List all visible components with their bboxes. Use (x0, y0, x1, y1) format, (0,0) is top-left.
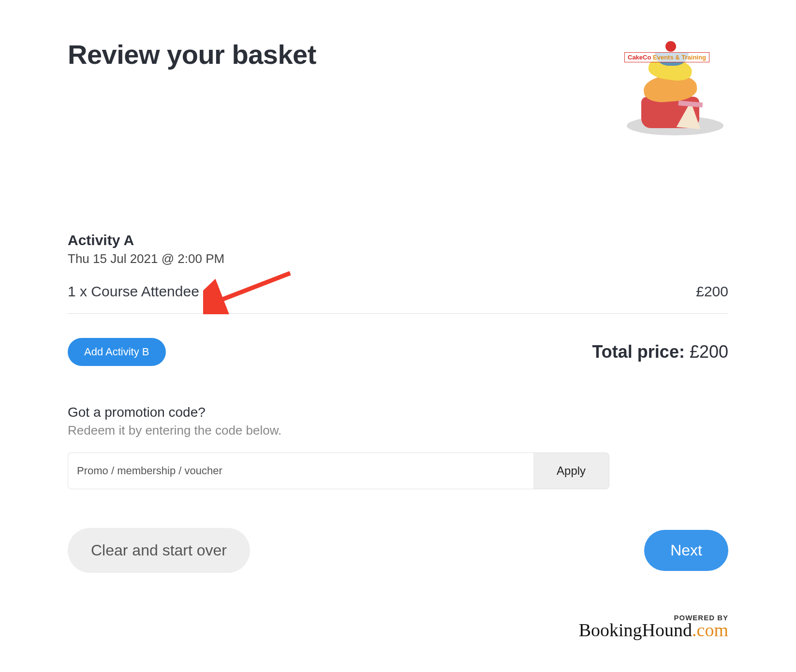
basket-item: Activity A Thu 15 Jul 2021 @ 2:00 PM 1 x… (68, 232, 728, 314)
next-button[interactable]: Next (644, 530, 728, 571)
brand-logo: CakeCo Events & Training (622, 39, 728, 145)
brand-logo-label: CakeCo Events & Training (624, 52, 709, 62)
powered-by-attribution: POWERED BY BookingHound.com (579, 614, 728, 638)
activity-name: Activity A (68, 232, 728, 248)
apply-promo-button[interactable]: Apply (533, 453, 609, 489)
clear-button[interactable]: Clear and start over (68, 528, 250, 573)
promo-code-input[interactable] (68, 453, 533, 489)
line-item-row: 1 x Course Attendee £200 (68, 283, 728, 314)
add-activity-button[interactable]: Add Activity B (68, 338, 166, 366)
powered-by-brand: BookingHound.com (579, 622, 728, 638)
page-title: Review your basket (68, 39, 316, 70)
promo-subheading: Redeem it by entering the code below. (68, 423, 728, 438)
total-price: Total price: £200 (592, 342, 728, 362)
line-item-price: £200 (696, 283, 728, 300)
promo-heading: Got a promotion code? (68, 405, 728, 420)
line-item-description: 1 x Course Attendee (68, 283, 199, 300)
activity-datetime: Thu 15 Jul 2021 @ 2:00 PM (68, 251, 728, 266)
